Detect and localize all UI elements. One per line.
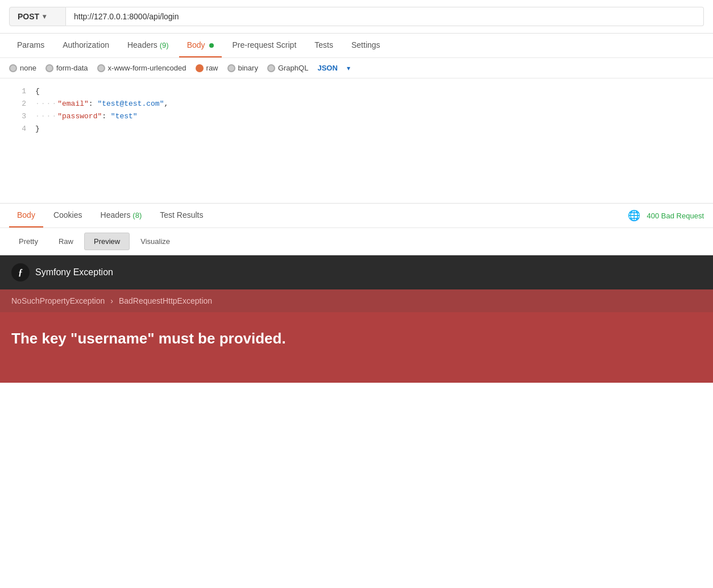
exception-breadcrumb: NoSuchPropertyException › BadRequestHttp…: [0, 289, 713, 312]
tab-headers[interactable]: Headers (9): [119, 34, 177, 57]
tab-params[interactable]: Params: [9, 34, 52, 57]
exception-class-2: BadRequestHttpException: [119, 296, 212, 305]
preview-content: ƒ Symfony Exception NoSuchPropertyExcept…: [0, 255, 713, 383]
symfony-logo: ƒ: [11, 263, 30, 281]
format-tab-preview[interactable]: Preview: [84, 233, 130, 250]
tab-settings[interactable]: Settings: [343, 34, 388, 57]
radio-raw[interactable]: raw: [196, 64, 218, 72]
radio-form-data[interactable]: form-data: [45, 64, 88, 72]
radio-circle-x-www: [97, 64, 105, 72]
exception-class-1: NoSuchPropertyException: [11, 296, 105, 305]
exception-message-area: The key "username" must be provided.: [0, 312, 713, 383]
response-meta: 🌐 400 Bad Request: [628, 209, 704, 222]
response-tab-headers[interactable]: Headers (8): [93, 204, 150, 227]
radio-binary[interactable]: binary: [227, 64, 258, 72]
url-input[interactable]: [66, 7, 704, 26]
radio-none[interactable]: none: [9, 64, 36, 72]
status-badge: 400 Bad Request: [647, 212, 704, 220]
response-tabs: Body Cookies Headers (8) Test Results 🌐 …: [0, 204, 713, 228]
body-dot: [209, 43, 214, 48]
method-label: POST: [18, 12, 39, 21]
tab-pre-request[interactable]: Pre-request Script: [224, 34, 304, 57]
format-tab-pretty[interactable]: Pretty: [9, 233, 48, 250]
code-line-3: 3 ····"password": "test": [0, 110, 713, 123]
exception-arrow: ›: [110, 296, 113, 305]
radio-circle-graphql: [267, 64, 275, 72]
radio-circle-raw: [196, 64, 204, 72]
radio-circle-binary: [227, 64, 235, 72]
body-type-row: none form-data x-www-form-urlencoded raw…: [0, 58, 713, 78]
json-chevron-icon[interactable]: ▾: [347, 64, 350, 72]
symfony-header: ƒ Symfony Exception: [0, 255, 713, 289]
code-line-1: 1 {: [0, 85, 713, 98]
exception-message: The key "username" must be provided.: [11, 329, 702, 349]
code-editor[interactable]: 1 { 2 ····"email": "test@test.com", 3 ··…: [0, 78, 713, 204]
method-chevron: ▾: [43, 13, 46, 20]
radio-circle-form-data: [45, 64, 53, 72]
radio-circle-none: [9, 64, 17, 72]
radio-x-www[interactable]: x-www-form-urlencoded: [97, 64, 186, 72]
method-selector[interactable]: POST ▾: [9, 7, 66, 26]
request-tabs: Params Authorization Headers (9) Body Pr…: [0, 34, 713, 58]
json-format-label[interactable]: JSON: [317, 64, 337, 72]
response-tab-body[interactable]: Body: [9, 204, 43, 227]
format-tab-visualize[interactable]: Visualize: [131, 233, 180, 250]
code-line-2: 2 ····"email": "test@test.com",: [0, 98, 713, 110]
code-line-4: 4 }: [0, 123, 713, 135]
tab-body[interactable]: Body: [179, 34, 222, 57]
response-tab-test-results[interactable]: Test Results: [152, 204, 211, 227]
format-tab-raw[interactable]: Raw: [49, 233, 83, 250]
response-tab-cookies[interactable]: Cookies: [45, 204, 90, 227]
tab-authorization[interactable]: Authorization: [55, 34, 117, 57]
symfony-exception-title: Symfony Exception: [35, 267, 113, 278]
radio-graphql[interactable]: GraphQL: [267, 64, 308, 72]
globe-icon: 🌐: [628, 209, 640, 222]
tab-tests[interactable]: Tests: [306, 34, 341, 57]
url-bar: POST ▾: [0, 0, 713, 34]
format-tabs: Pretty Raw Preview Visualize: [0, 228, 713, 255]
